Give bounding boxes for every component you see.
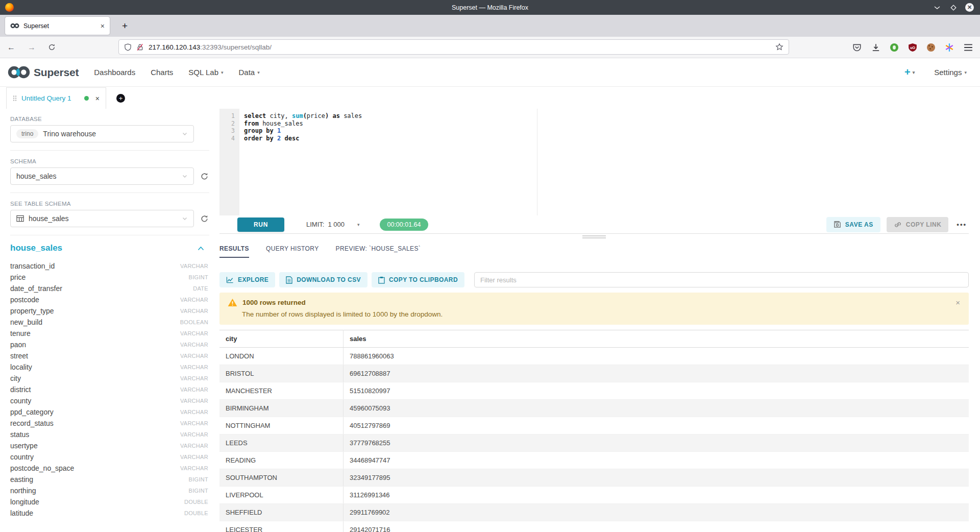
containers-extension-icon[interactable] [945, 43, 954, 52]
column-header-city[interactable]: city [219, 330, 344, 348]
table-select[interactable]: house_sales [10, 210, 194, 227]
nav-item-sql-lab[interactable]: SQL Lab▾ [188, 68, 223, 77]
settings-menu[interactable]: Settings▾ [934, 68, 967, 77]
insecure-lock-icon[interactable] [136, 43, 144, 51]
download-csv-button[interactable]: DOWNLOAD TO CSV [279, 272, 368, 287]
window-maximize-button[interactable] [949, 3, 958, 12]
column-name: district [10, 385, 31, 394]
cell-sales: 31126991346 [344, 487, 969, 504]
cell-city: LEICESTER [219, 521, 344, 532]
chevron-up-icon[interactable] [198, 246, 204, 251]
more-actions-button[interactable]: ••• [954, 221, 969, 228]
table-row: LEICESTER 29142071716 [219, 521, 969, 532]
divider [10, 235, 209, 235]
column-type: VARCHAR [180, 364, 208, 370]
pane-drag-handle[interactable] [582, 235, 606, 238]
url-bar[interactable]: 217.160.120.143:32393/superset/sqllab/ [118, 39, 789, 55]
add-query-tab-button[interactable]: + [116, 94, 125, 103]
table-row: READING 34468947747 [219, 452, 969, 469]
cell-sales: 32349177895 [344, 469, 969, 487]
csv-file-icon [286, 276, 292, 284]
column-type: VARCHAR [180, 330, 208, 336]
results-tab-bar: RESULTS QUERY HISTORY PREVIEW: `HOUSE_SA… [219, 245, 969, 258]
filter-results-input[interactable] [474, 272, 969, 287]
forward-button[interactable]: → [28, 43, 36, 52]
limit-dropdown[interactable]: LIMIT: 1 000 ▾ [306, 221, 359, 228]
code-token: house_sales [259, 120, 303, 127]
nav-item-charts[interactable]: Charts [151, 68, 173, 77]
column-list-item: date_of_transfer DATE [10, 283, 208, 294]
pocket-icon[interactable] [852, 43, 862, 52]
code-token: ( [303, 112, 307, 119]
column-list-item: new_build BOOLEAN [10, 317, 208, 328]
schema-select[interactable]: house_sales [10, 167, 194, 185]
cookie-extension-icon[interactable] [927, 43, 935, 52]
column-list-item: street VARCHAR [10, 350, 208, 361]
column-name: date_of_transfer [10, 284, 62, 293]
column-type: DOUBLE [184, 499, 208, 505]
superset-logo[interactable]: Superset [7, 65, 79, 79]
code-line[interactable]: 1 select city, sum(price) as sales [219, 112, 969, 120]
query-tab[interactable]: Untitled Query 1 × [6, 87, 106, 109]
table-row: NOTTINGHAM 40512797869 [219, 417, 969, 434]
column-list-item: county VARCHAR [10, 395, 208, 406]
tab-query-history[interactable]: QUERY HISTORY [266, 245, 319, 258]
cell-sales: 37779768255 [344, 434, 969, 452]
column-list-item: easting BIGINT [10, 474, 208, 485]
back-button[interactable]: ← [7, 43, 15, 52]
table-name-heading: house_sales [10, 243, 62, 253]
tracking-shield-icon[interactable] [124, 43, 132, 51]
privacy-extension-icon[interactable] [890, 43, 898, 52]
line-number: 4 [219, 135, 239, 142]
column-list-item: country VARCHAR [10, 451, 208, 463]
add-new-button[interactable]: +▾ [904, 66, 915, 78]
tab-preview-house-sales[interactable]: PREVIEW: `HOUSE_SALES` [336, 245, 421, 258]
table-row: LIVERPOOL 31126991346 [219, 487, 969, 504]
downloads-icon[interactable] [871, 43, 880, 52]
nav-item-dashboards[interactable]: Dashboards [94, 68, 135, 77]
code-token: as [332, 112, 339, 119]
browser-tab[interactable]: Superset × [5, 17, 110, 35]
code-line[interactable]: 2 from house_sales [219, 120, 969, 128]
column-header-sales[interactable]: sales [344, 330, 969, 348]
column-type: VARCHAR [180, 297, 208, 303]
cell-sales: 788861960063 [344, 348, 969, 365]
results-actions: EXPLORE DOWNLOAD TO CSV COPY TO CLIPBOAR… [219, 272, 969, 287]
save-as-button[interactable]: SAVE AS [826, 217, 880, 232]
window-minimize-button[interactable] [933, 3, 942, 12]
column-name: record_status [10, 419, 54, 427]
tab-results[interactable]: RESULTS [219, 245, 249, 258]
column-list-item: price BIGINT [10, 272, 208, 283]
browser-new-tab-button[interactable]: + [122, 20, 128, 32]
column-name: latitude [10, 509, 33, 517]
sql-code[interactable]: 1 select city, sum(price) as sales 2 fro… [219, 109, 969, 142]
sql-editor[interactable]: 1 select city, sum(price) as sales 2 fro… [219, 109, 969, 215]
code-token: sales [340, 112, 362, 119]
column-list-item: record_status VARCHAR [10, 418, 208, 429]
table-schema-header[interactable]: house_sales [10, 243, 204, 253]
browser-tab-close-icon[interactable]: × [101, 22, 105, 30]
alert-close-icon[interactable]: × [955, 298, 960, 307]
ublock-origin-icon[interactable]: uO [908, 43, 917, 52]
bookmark-star-icon[interactable] [775, 43, 783, 51]
schema-select-value: house_sales [16, 172, 177, 180]
window-close-button[interactable]: ✕ [965, 3, 974, 12]
explore-button[interactable]: EXPLORE [219, 272, 275, 287]
copy-clipboard-button[interactable]: COPY TO CLIPBOARD [372, 272, 464, 287]
refresh-table-icon[interactable] [200, 214, 209, 223]
run-button[interactable]: RUN [237, 217, 284, 232]
reload-button[interactable] [48, 43, 56, 51]
save-icon [834, 221, 841, 228]
code-line[interactable]: 4 order by 2 desc [219, 135, 969, 142]
code-token: city, [266, 112, 292, 119]
code-line[interactable]: 3 group by 1 [219, 127, 969, 135]
drag-handle-icon[interactable] [13, 95, 17, 102]
copy-link-button[interactable]: COPY LINK [887, 217, 949, 232]
cell-sales: 40512797869 [344, 417, 969, 434]
database-select[interactable]: trino Trino warehouse [10, 125, 194, 142]
query-tab-close-icon[interactable]: × [95, 94, 100, 103]
chevron-down-icon: ▾ [221, 70, 224, 75]
menu-hamburger-icon[interactable] [964, 43, 973, 52]
nav-item-data[interactable]: Data▾ [239, 68, 260, 77]
refresh-schema-icon[interactable] [200, 172, 209, 181]
